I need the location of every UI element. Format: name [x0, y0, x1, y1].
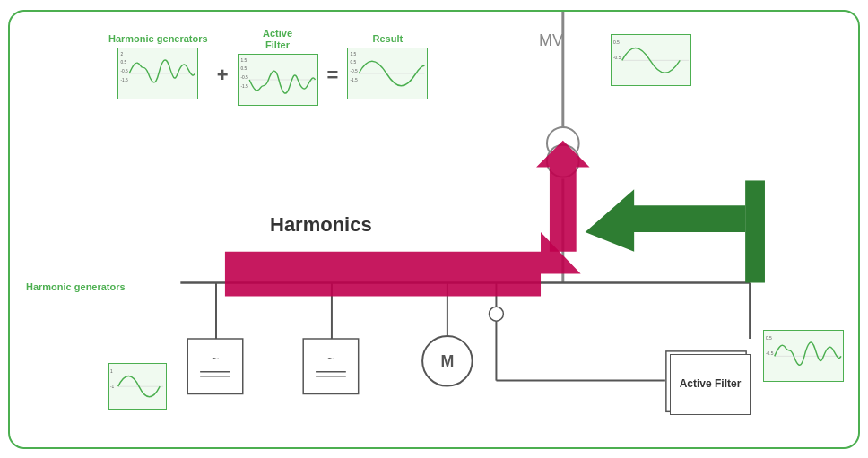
svg-text:0.5: 0.5 — [351, 61, 357, 65]
svg-text:0.5: 0.5 — [121, 61, 127, 65]
svg-marker-42 — [225, 231, 581, 295]
svg-text:-1.5: -1.5 — [121, 78, 129, 82]
active-filter-box: Active Filter — [670, 354, 751, 415]
svg-text:1: 1 — [110, 368, 113, 373]
mv-label: MV — [539, 31, 563, 50]
af-waveform-box: 0.5 -0.5 — [763, 330, 844, 382]
svg-marker-43 — [536, 140, 590, 251]
active-filter-waveform-box: 1.5 0.5 -0.5 -1.5 — [238, 54, 318, 106]
svg-rect-35 — [303, 338, 358, 393]
svg-text:0.5: 0.5 — [240, 66, 247, 71]
svg-text:~: ~ — [327, 350, 334, 365]
svg-text:-0.5: -0.5 — [121, 69, 129, 73]
equals-sign: = — [327, 64, 339, 87]
svg-point-19 — [547, 126, 579, 159]
af-waveform-small-svg: 0.5 -0.5 — [764, 331, 843, 382]
svg-text:M: M — [440, 351, 454, 369]
hg-waveform-small-svg: 1 -1 — [109, 364, 166, 409]
main-container: Harmonic generators 2 0.5 -0.5 -1.5 + Ac… — [8, 10, 860, 449]
active-filter-waveform-svg: 1.5 0.5 -0.5 -1.5 — [239, 55, 317, 105]
svg-point-20 — [547, 144, 579, 177]
mv-waveform-svg: 0.5 -0.5 — [612, 35, 690, 86]
svg-rect-44 — [745, 180, 765, 282]
svg-text:0.5: 0.5 — [613, 39, 620, 44]
svg-text:-0.5: -0.5 — [766, 351, 774, 356]
svg-rect-31 — [187, 338, 242, 393]
svg-text:0.5: 0.5 — [766, 335, 772, 340]
svg-text:-0.5: -0.5 — [351, 69, 359, 73]
svg-text:-0.5: -0.5 — [240, 75, 248, 80]
svg-point-30 — [489, 307, 503, 321]
svg-text:-0.5: -0.5 — [613, 56, 621, 60]
legend-group-result: Result 1.5 0.5 -0.5 -1.5 — [347, 33, 428, 99]
harmonic-generators-left-label: Harmonic generators — [26, 281, 126, 293]
svg-text:~: ~ — [212, 350, 219, 365]
svg-point-39 — [422, 336, 473, 386]
svg-marker-45 — [586, 189, 746, 251]
harmonic-waveform-box: 2 0.5 -0.5 -1.5 — [117, 48, 198, 99]
svg-text:-1.5: -1.5 — [351, 78, 359, 82]
hg-waveform-box: 1 -1 — [108, 363, 167, 410]
result-waveform-svg: 1.5 0.5 -0.5 -1.5 — [348, 48, 427, 99]
plus-sign: + — [217, 64, 229, 87]
mv-waveform-box: 0.5 -0.5 — [611, 34, 691, 86]
active-filter-label: Active Filter — [680, 377, 742, 392]
svg-text:2: 2 — [121, 52, 124, 56]
harmonic-waveform-svg: 2 0.5 -0.5 -1.5 — [118, 48, 197, 99]
svg-text:1.5: 1.5 — [240, 58, 247, 63]
legend-group-harmonic: Harmonic generators 2 0.5 -0.5 -1.5 — [108, 33, 208, 99]
svg-text:1.5: 1.5 — [351, 52, 357, 56]
legend-group-active-filter: ActiveFilter 1.5 0.5 -0.5 -1.5 — [238, 28, 318, 106]
svg-text:-1.5: -1.5 — [240, 84, 248, 89]
result-waveform-box: 1.5 0.5 -0.5 -1.5 — [347, 48, 428, 99]
top-legend: Harmonic generators 2 0.5 -0.5 -1.5 + Ac… — [108, 28, 428, 106]
harmonics-text: Harmonics — [270, 213, 372, 237]
result-label: Result — [373, 33, 404, 45]
active-filter-top-label: ActiveFilter — [263, 28, 292, 51]
svg-text:-1: -1 — [110, 385, 115, 389]
harmonic-generators-top-label: Harmonic generators — [108, 33, 208, 45]
